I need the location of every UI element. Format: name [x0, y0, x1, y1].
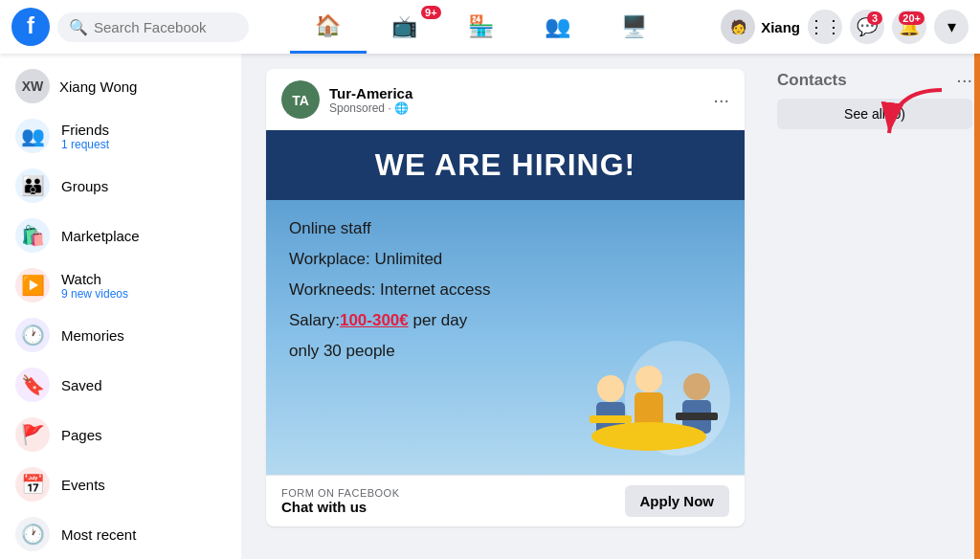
watch-icon: ▶️ — [15, 268, 50, 302]
nav-center: 🏠 📺 9+ 🏪 👥 🖥️ — [290, 0, 673, 54]
pages-label: Pages — [61, 427, 102, 443]
post-ad-body: Online staff Workplace: Unlimited Workne… — [266, 200, 745, 391]
store-icon: 🏪 — [468, 14, 494, 39]
memories-label: Memories — [61, 327, 124, 344]
sidebar-item-watch[interactable]: ▶️ Watch 9 new videos — [8, 260, 234, 310]
account-menu-button[interactable]: ▾ — [934, 10, 969, 44]
post-ad-image: WE ARE HIRING! Online staff Workplace: U… — [266, 130, 745, 475]
form-info: FORM ON FACEBOOK Chat with us — [281, 487, 400, 515]
avatar-placeholder: 🧑 — [730, 19, 746, 34]
svg-text:f: f — [27, 12, 35, 38]
user-name-label: Xiang — [761, 19, 800, 35]
apps-grid-button[interactable]: ⋮⋮ — [808, 10, 842, 44]
sidebar-user-name: Xiang Wong — [59, 78, 137, 95]
post-page-name: Tur-America — [329, 85, 703, 101]
events-label: Events — [61, 477, 105, 493]
messenger-badge: 3 — [867, 11, 882, 25]
friends-label: Friends — [61, 122, 109, 138]
contacts-header: Contacts ··· — [777, 69, 972, 91]
post-card: TA Tur-America Sponsored · 🌐 ··· WE ARE … — [266, 69, 745, 526]
groups-label: Groups — [61, 178, 108, 194]
post-line-4: only 30 people — [289, 342, 722, 361]
chevron-down-icon: ▾ — [947, 16, 956, 37]
page-layout: XW Xiang Wong 👥 Friends 1 request 👪 Grou… — [0, 54, 980, 559]
notifications-button[interactable]: 🔔 20+ — [892, 10, 926, 44]
post-line-salary: Salary:100-300€ per day — [289, 311, 722, 330]
sidebar-user-avatar: XW — [15, 69, 50, 103]
events-icon: 📅 — [15, 467, 50, 502]
post-meta: Tur-America Sponsored · 🌐 — [329, 85, 703, 115]
svg-rect-7 — [590, 415, 632, 423]
sidebar-item-most-recent[interactable]: 🕐 Most recent — [8, 509, 234, 559]
gaming-nav-button[interactable]: 🖥️ — [596, 4, 673, 50]
friends-sub: 1 request — [61, 138, 109, 151]
see-all-contacts-button[interactable]: See all (0) — [777, 99, 972, 129]
video-icon: 📺 — [391, 14, 417, 39]
groups-nav-button[interactable]: 👥 — [520, 4, 596, 50]
post-line-2: Workplace: Unlimited — [289, 250, 722, 269]
sidebar-item-events[interactable]: 📅 Events — [8, 459, 234, 509]
memories-icon: 🕐 — [15, 318, 50, 352]
home-icon: 🏠 — [315, 13, 341, 38]
post-line-1: Online staff — [289, 219, 722, 238]
svg-rect-9 — [635, 392, 663, 426]
home-nav-button[interactable]: 🏠 — [290, 0, 367, 54]
marketplace-icon: 🛍️ — [15, 218, 50, 253]
grid-icon: ⋮⋮ — [808, 16, 842, 37]
watch-label-wrap: Watch 9 new videos — [61, 271, 128, 301]
most-recent-icon: 🕐 — [15, 517, 50, 551]
sidebar-item-friends[interactable]: 👥 Friends 1 request — [8, 111, 234, 161]
saved-icon: 🔖 — [15, 368, 50, 402]
saved-label: Saved — [61, 377, 102, 393]
salary-label: Salary: — [289, 311, 340, 329]
video-badge: 9+ — [421, 6, 441, 19]
right-edge-strip — [974, 54, 980, 559]
nav-right: 🧑 Xiang ⋮⋮ 💬 3 🔔 20+ ▾ — [721, 10, 969, 44]
svg-point-13 — [591, 422, 706, 451]
post-sponsored-label: Sponsored · 🌐 — [329, 101, 703, 115]
svg-rect-12 — [676, 413, 718, 420]
messenger-button[interactable]: 💬 3 — [850, 10, 884, 44]
groups-icon: 👪 — [15, 168, 50, 203]
search-input[interactable] — [94, 19, 237, 35]
sidebar-item-groups[interactable]: 👪 Groups — [8, 161, 234, 211]
sidebar-user-profile[interactable]: XW Xiang Wong — [8, 61, 234, 111]
video-nav-button[interactable]: 📺 9+ — [367, 4, 443, 50]
post-line-3: Workneeds: Internet access — [289, 280, 722, 300]
friends-label-wrap: Friends 1 request — [61, 122, 109, 151]
sidebar: XW Xiang Wong 👥 Friends 1 request 👪 Grou… — [0, 54, 241, 559]
salary-suffix: per day — [409, 311, 467, 329]
most-recent-label: Most recent — [61, 526, 136, 543]
sidebar-item-saved[interactable]: 🔖 Saved — [8, 360, 234, 410]
post-footer: FORM ON FACEBOOK Chat with us Apply Now — [266, 475, 745, 526]
apply-now-button[interactable]: Apply Now — [625, 485, 730, 517]
hiring-text: WE ARE HIRING! — [285, 147, 725, 183]
marketplace-nav-button[interactable]: 🏪 — [443, 4, 520, 50]
contacts-title: Contacts — [777, 71, 847, 90]
main-feed: TA Tur-America Sponsored · 🌐 ··· WE ARE … — [241, 54, 769, 559]
notifications-badge: 20+ — [899, 11, 924, 25]
marketplace-label: Marketplace — [61, 228, 140, 244]
form-title: Chat with us — [281, 499, 400, 515]
watch-label: Watch — [61, 271, 128, 287]
search-box[interactable]: 🔍 — [57, 12, 249, 42]
post-more-button[interactable]: ··· — [713, 89, 729, 111]
pages-icon: 🚩 — [15, 417, 50, 452]
search-icon: 🔍 — [69, 18, 88, 36]
hiring-banner: WE ARE HIRING! — [266, 130, 745, 200]
facebook-logo[interactable]: f — [11, 8, 50, 46]
sidebar-item-pages[interactable]: 🚩 Pages — [8, 410, 234, 459]
sidebar-item-marketplace[interactable]: 🛍️ Marketplace — [8, 211, 234, 260]
post-header: TA Tur-America Sponsored · 🌐 ··· — [266, 69, 745, 130]
friends-icon: 👥 — [15, 119, 50, 153]
gaming-icon: 🖥️ — [621, 14, 647, 39]
feed-inner: TA Tur-America Sponsored · 🌐 ··· WE ARE … — [266, 69, 745, 544]
form-label: FORM ON FACEBOOK — [281, 487, 400, 499]
watch-sub: 9 new videos — [61, 287, 128, 301]
sidebar-item-memories[interactable]: 🕐 Memories — [8, 310, 234, 360]
salary-amount: 100-300€ — [340, 311, 409, 329]
right-panel: Contacts ··· See all (0) — [769, 54, 980, 559]
user-profile-btn[interactable]: 🧑 Xiang — [721, 10, 800, 44]
contacts-more-button[interactable]: ··· — [956, 69, 972, 91]
topnav: f 🔍 🏠 📺 9+ 🏪 👥 🖥️ 🧑 Xiang — [0, 0, 980, 54]
